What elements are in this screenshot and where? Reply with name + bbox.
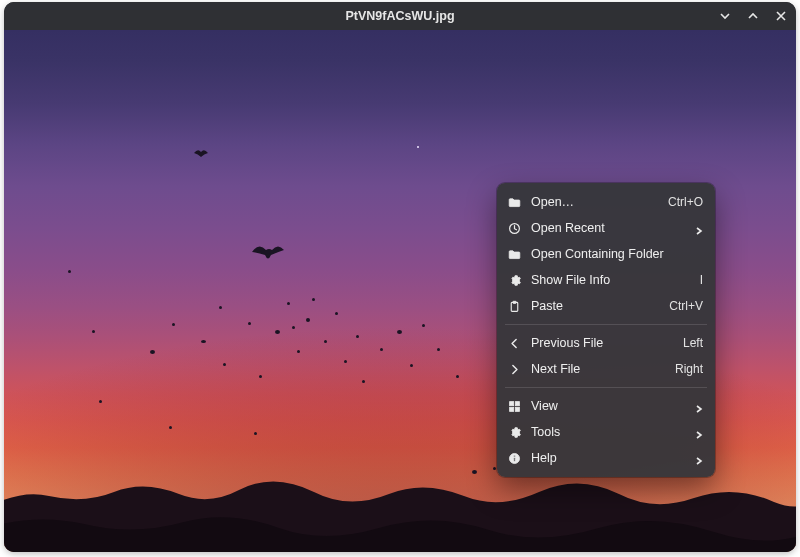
chev-left-icon <box>507 336 521 350</box>
menu-item-accelerator: Ctrl+V <box>669 299 703 313</box>
svg-rect-6 <box>515 407 519 411</box>
bird-dot <box>99 400 102 403</box>
bird-dot <box>254 432 257 435</box>
menu-item-label: Help <box>531 451 685 465</box>
chevron-right-icon <box>695 402 703 410</box>
bird-dot <box>150 350 155 354</box>
menu-item-accelerator <box>695 428 703 436</box>
menu-item-label: Open Recent <box>531 221 685 235</box>
bird-dot <box>422 324 425 327</box>
menu-item-label: Tools <box>531 425 685 439</box>
menu-item-open-containing[interactable]: Open Containing Folder <box>497 241 715 267</box>
window-title: PtVN9fACsWU.jpg <box>345 9 454 23</box>
bird-dot <box>362 380 365 383</box>
svg-rect-9 <box>513 457 514 461</box>
svg-rect-3 <box>509 401 513 405</box>
bird-dot <box>397 330 402 334</box>
bird-dot <box>335 312 338 315</box>
context-menu: Open…Ctrl+OOpen RecentOpen Containing Fo… <box>497 183 715 477</box>
grid-icon <box>507 399 521 413</box>
menu-item-accelerator: Right <box>675 362 703 376</box>
bird-dot <box>68 270 71 273</box>
folder-icon <box>507 195 521 209</box>
menu-item-label: Previous File <box>531 336 673 350</box>
menu-item-accelerator <box>695 454 703 462</box>
chevron-right-icon <box>695 224 703 232</box>
bird-dot <box>380 348 383 351</box>
bird-silhouette <box>194 149 208 157</box>
menu-item-file-info[interactable]: Show File InfoI <box>497 267 715 293</box>
bird-dot <box>344 360 347 363</box>
menu-separator <box>505 387 707 388</box>
bird-dot <box>223 363 226 366</box>
menu-item-paste[interactable]: PasteCtrl+V <box>497 293 715 319</box>
minimize-button[interactable] <box>716 7 734 25</box>
bird-dot <box>297 350 300 353</box>
menu-item-label: Show File Info <box>531 273 690 287</box>
menu-item-open-recent[interactable]: Open Recent <box>497 215 715 241</box>
menu-item-next-file[interactable]: Next FileRight <box>497 356 715 382</box>
menu-item-accelerator <box>695 224 703 232</box>
bird-dot <box>417 146 419 148</box>
menu-item-label: Open Containing Folder <box>531 247 693 261</box>
svg-rect-2 <box>512 301 515 303</box>
close-button[interactable] <box>772 7 790 25</box>
menu-separator <box>505 324 707 325</box>
clock-icon <box>507 221 521 235</box>
bird-dot <box>92 330 95 333</box>
bird-dot <box>172 323 175 326</box>
bird-dot <box>248 322 251 325</box>
svg-point-8 <box>513 455 515 457</box>
bird-dot <box>259 375 262 378</box>
menu-item-accelerator <box>695 402 703 410</box>
bird-dot <box>219 306 222 309</box>
image-viewport[interactable]: Open…Ctrl+OOpen RecentOpen Containing Fo… <box>4 30 796 552</box>
bird-silhouette <box>251 242 285 262</box>
menu-item-label: View <box>531 399 685 413</box>
bird-dot <box>356 335 359 338</box>
menu-item-accelerator: Left <box>683 336 703 350</box>
bird-dot <box>292 326 295 329</box>
app-window: PtVN9fACsWU.jpg <box>4 2 796 552</box>
chevron-right-icon <box>695 428 703 436</box>
chev-right-icon <box>507 362 521 376</box>
menu-item-prev-file[interactable]: Previous FileLeft <box>497 330 715 356</box>
bird-dot <box>472 470 477 474</box>
title-bar: PtVN9fACsWU.jpg <box>4 2 796 30</box>
bird-dot <box>437 348 440 351</box>
menu-item-open[interactable]: Open…Ctrl+O <box>497 189 715 215</box>
maximize-button[interactable] <box>744 7 762 25</box>
menu-item-view[interactable]: View <box>497 393 715 419</box>
svg-rect-5 <box>509 407 513 411</box>
gear-icon <box>507 425 521 439</box>
menu-item-label: Next File <box>531 362 665 376</box>
bird-dot <box>410 364 413 367</box>
chevron-right-icon <box>695 454 703 462</box>
bird-dot <box>201 340 206 343</box>
bird-dot <box>287 302 290 305</box>
clipboard-icon <box>507 299 521 313</box>
menu-item-tools[interactable]: Tools <box>497 419 715 445</box>
menu-item-accelerator: I <box>700 273 703 287</box>
bird-dot <box>324 340 327 343</box>
bird-dot <box>456 375 459 378</box>
menu-item-help[interactable]: Help <box>497 445 715 471</box>
folder-icon <box>507 247 521 261</box>
window-controls <box>716 2 790 30</box>
bird-dot <box>312 298 315 301</box>
menu-item-label: Open… <box>531 195 658 209</box>
bird-dot <box>306 318 310 322</box>
bird-dot <box>169 426 172 429</box>
bird-dot <box>493 467 496 470</box>
menu-item-label: Paste <box>531 299 659 313</box>
menu-item-accelerator: Ctrl+O <box>668 195 703 209</box>
gear-icon <box>507 273 521 287</box>
info-icon <box>507 451 521 465</box>
bird-dot <box>275 330 280 334</box>
svg-rect-4 <box>515 401 519 405</box>
